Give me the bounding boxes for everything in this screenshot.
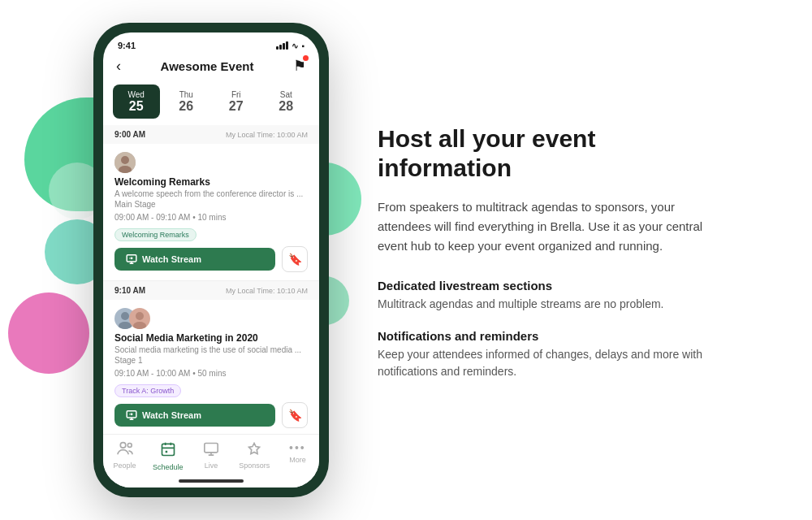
feature-livestream: Dedicated livestream sections Multitrack…	[378, 279, 719, 313]
nav-live-label: Live	[205, 462, 218, 470]
nav-sponsors[interactable]: Sponsors	[233, 441, 276, 471]
day-name-fri: Fri	[231, 90, 241, 99]
blob-pink	[8, 292, 89, 374]
day-name-sat: Sat	[280, 90, 292, 99]
nav-sponsors-label: Sponsors	[239, 462, 270, 470]
phone-screen: 9:41 ∿ ▪ ‹ Awesome E	[103, 32, 319, 488]
session-card-1: Welcoming Remarks A welcome speech from …	[103, 144, 319, 281]
nav-schedule[interactable]: Schedule	[146, 441, 189, 471]
session-2-header	[114, 308, 308, 329]
nav-more-label: More	[289, 456, 306, 464]
session-1-actions: Watch Stream 🔖	[114, 246, 308, 272]
session-1-tag: Welcoming Remarks	[114, 228, 197, 241]
day-name-wed: Wed	[128, 90, 145, 99]
date-tab-wed[interactable]: Wed 25	[113, 84, 160, 119]
svg-rect-15	[162, 444, 174, 455]
schedule-content: 9:00 AM My Local Time: 10:00 AM	[103, 125, 319, 434]
svg-rect-16	[205, 443, 218, 452]
svg-point-6	[121, 312, 129, 320]
session-2-tag: Track A: Growth	[114, 384, 181, 397]
session-2-duration: 09:10 AM - 10:00 AM • 50 mins	[114, 369, 308, 378]
session-2-desc: Social media marketing is the use of soc…	[114, 345, 308, 354]
feature-livestream-desc: Multitrack agendas and multiple streams …	[378, 296, 719, 313]
session-card-2: Social Media Marketing in 2020 Social me…	[103, 300, 319, 434]
phone-mockup: 9:41 ∿ ▪ ‹ Awesome E	[93, 23, 329, 497]
feature-notifications-title: Notifications and reminders	[378, 329, 719, 343]
date-tab-thu[interactable]: Thu 26	[163, 84, 210, 119]
svg-point-1	[121, 156, 129, 164]
session-1-header	[114, 152, 308, 173]
schedule-icon	[160, 441, 176, 462]
svg-point-4	[131, 257, 133, 259]
signal-icon	[276, 41, 288, 50]
back-button[interactable]: ‹	[116, 58, 121, 75]
session-1-title: Welcoming Remarks	[114, 176, 308, 188]
status-bar: 9:41 ∿ ▪	[103, 32, 319, 54]
nav-title: Awesome Event	[161, 59, 254, 73]
home-indicator	[179, 479, 244, 483]
day-num-wed: 25	[116, 99, 157, 114]
speaker-avatar-2b	[129, 308, 150, 329]
local-time-label-2: My Local Time: 10:10 AM	[226, 287, 308, 295]
time-label-2: 9:10 AM	[114, 286, 145, 295]
date-tabs: Wed 25 Thu 26 Fri 27 Sat 28	[103, 81, 319, 125]
flag-notification-dot	[303, 55, 309, 61]
bookmark-button-1[interactable]: 🔖	[282, 246, 308, 272]
watch-stream-button-2[interactable]: Watch Stream	[114, 404, 275, 427]
session-1-desc: A welcome speech from the conference dir…	[114, 189, 308, 198]
battery-icon: ▪	[301, 41, 304, 50]
feature-livestream-title: Dedicated livestream sections	[378, 279, 719, 292]
status-time: 9:41	[118, 41, 136, 50]
day-num-sat: 28	[266, 99, 307, 114]
date-tab-fri[interactable]: Fri 27	[213, 84, 260, 119]
feature-notifications-desc: Keep your attendees informed of changes,…	[378, 346, 719, 380]
people-icon	[117, 441, 133, 460]
tv-icon-2	[126, 410, 137, 421]
feature-notifications: Notifications and reminders Keep your at…	[378, 329, 719, 380]
live-icon	[203, 441, 219, 460]
main-description: From speakers to multitrack agendas to s…	[378, 197, 719, 256]
bookmark-button-2[interactable]: 🔖	[282, 402, 308, 428]
more-icon: •••	[289, 441, 306, 454]
svg-point-13	[120, 443, 126, 448]
time-separator-2: 9:10 AM My Local Time: 10:10 AM	[103, 281, 319, 300]
watch-stream-button-1[interactable]: Watch Stream	[114, 248, 275, 271]
svg-point-14	[127, 443, 132, 447]
time-label-1: 9:00 AM	[114, 130, 145, 139]
page-container: 9:41 ∿ ▪ ‹ Awesome E	[0, 0, 812, 520]
svg-point-9	[136, 312, 144, 320]
speaker-avatar-1	[114, 152, 136, 173]
session-1-location: Main Stage	[114, 200, 308, 209]
nav-bar: ‹ Awesome Event ⚑	[103, 54, 319, 81]
phone-frame: 9:41 ∿ ▪ ‹ Awesome E	[93, 23, 329, 497]
status-icons: ∿ ▪	[276, 41, 304, 50]
sponsors-icon	[246, 441, 262, 460]
nav-more[interactable]: ••• More	[276, 441, 319, 471]
local-time-label-1: My Local Time: 10:00 AM	[226, 131, 308, 139]
wifi-icon: ∿	[292, 41, 298, 50]
main-heading: Host all your event information	[378, 124, 719, 183]
nav-live[interactable]: Live	[189, 441, 232, 471]
session-2-location: Stage 1	[114, 356, 308, 365]
nav-schedule-label: Schedule	[153, 463, 184, 471]
day-num-fri: 27	[216, 99, 257, 114]
nav-people-label: People	[114, 462, 136, 470]
time-separator-1: 9:00 AM My Local Time: 10:00 AM	[103, 125, 319, 144]
session-2-actions: Watch Stream 🔖	[114, 402, 308, 428]
session-2-title: Social Media Marketing in 2020	[114, 332, 308, 344]
right-panel: Host all your event information From spe…	[378, 124, 719, 396]
svg-point-12	[131, 413, 133, 415]
day-name-thu: Thu	[179, 90, 193, 99]
tv-icon-1	[126, 254, 137, 265]
nav-people[interactable]: People	[103, 441, 146, 471]
speaker-avatars-2	[114, 308, 150, 329]
session-1-duration: 09:00 AM - 09:10 AM • 10 mins	[114, 213, 308, 222]
date-tab-sat[interactable]: Sat 28	[263, 84, 310, 119]
flag-button[interactable]: ⚑	[293, 57, 306, 75]
day-num-thu: 26	[166, 99, 207, 114]
